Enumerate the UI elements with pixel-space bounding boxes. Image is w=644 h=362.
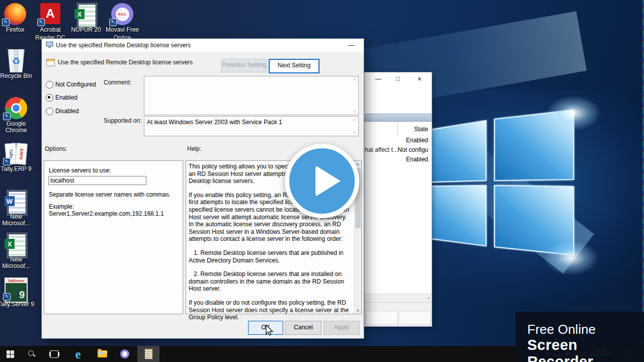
desktop-icon-tally-erp[interactable]: Tally ERP9 ↖ Tally.ERP 9: [0, 142, 34, 172]
icon-label: Recycle Bin: [0, 73, 34, 79]
help-paragraph: If you disable or do not configure this …: [189, 299, 351, 321]
scroll-up-icon[interactable]: ∧: [352, 77, 357, 82]
search-button[interactable]: [22, 346, 42, 362]
mouse-cursor: [265, 325, 275, 336]
watermark-line1: Free Online: [527, 322, 596, 337]
options-hint: Separate license server names with comma…: [49, 191, 171, 198]
status-tab[interactable]: [366, 311, 398, 325]
video-play-button[interactable]: [285, 144, 359, 218]
file-explorer-button[interactable]: [92, 346, 112, 362]
help-paragraph: 1. Remote Desktop license servers that a…: [189, 249, 351, 264]
close-icon[interactable]: ×: [391, 40, 401, 49]
desktop-icon-tally-server[interactable]: TallServer 9 ↖ Tally.Server 9: [0, 278, 34, 308]
desktop-icon-firefox[interactable]: ↖ Firefox: [0, 3, 33, 33]
icon-label: New Microsof...: [0, 256, 34, 269]
group-policy-editor-window[interactable]: — □ × State Enabled hat affect t... Not …: [364, 72, 432, 327]
maximize-icon[interactable]: □: [393, 74, 403, 83]
screen-recorder-watermark: Free Online Screen Recorder: [516, 312, 644, 362]
column-separator: [397, 122, 398, 136]
scroll-down-icon[interactable]: ∨: [352, 109, 357, 114]
scroll-down-icon[interactable]: ∨: [355, 308, 361, 313]
policy-scroll-icon: [144, 347, 153, 360]
options-label: Options:: [45, 145, 67, 152]
radio-selected-icon[interactable]: [46, 94, 53, 102]
desktop-icon-acrobat[interactable]: A ↖ Acrobat Reader DC: [32, 3, 68, 41]
scroll-right-icon[interactable]: ›: [428, 295, 430, 301]
icon-label: Movavi Free: [104, 27, 140, 33]
desktop-icon-excel-doc[interactable]: X New Microsof...: [0, 233, 34, 269]
watermark-line2: Screen Recorder: [527, 337, 644, 362]
icon-label: Firefox: [0, 27, 33, 33]
comment-textbox[interactable]: ∧ ∨: [144, 76, 359, 115]
shortcut-arrow-icon: ↖: [3, 293, 11, 301]
dialog-header: Use the specified Remote Desktop license…: [42, 52, 364, 76]
recycle-bin-icon: ♻: [7, 49, 26, 72]
desktop-icon-chrome[interactable]: ↖ Google Chrome: [0, 97, 34, 134]
close-icon[interactable]: ×: [415, 74, 425, 83]
excel-x-badge: X: [5, 239, 15, 249]
desktop-screen: ↖ Firefox A ↖ Acrobat Reader DC X NUPUR …: [0, 0, 644, 362]
excel-x-badge: X: [74, 9, 85, 19]
cancel-button[interactable]: Cancel: [285, 321, 321, 335]
internet-explorer-icon: e: [75, 348, 80, 360]
setting-name: Use the specified Remote Desktop license…: [58, 59, 193, 66]
radio-disabled[interactable]: Disabled: [46, 108, 79, 115]
shortcut-arrow-icon: ↖: [2, 19, 10, 26]
internet-explorer-button[interactable]: e: [68, 346, 88, 362]
icon-label: Tally.ERP 9: [0, 166, 34, 172]
status-panel: [364, 302, 432, 326]
dialog-titlebar[interactable]: Use the specified Remote Desktop license…: [42, 39, 364, 52]
dialog-title: Use the specified Remote Desktop license…: [56, 42, 191, 49]
movavi-icon: [120, 349, 129, 358]
options-hint: Example: Server1,Server2.example.com,192…: [49, 203, 183, 217]
radio-icon[interactable]: [46, 108, 53, 115]
apply-button[interactable]: Apply: [324, 321, 360, 335]
shortcut-arrow-icon: ↖: [37, 19, 45, 26]
shortcut-arrow-icon: ↖: [109, 19, 117, 26]
list-column-header-band: [364, 114, 432, 122]
radio-icon[interactable]: [46, 81, 53, 88]
options-panel: License servers to use: Separate license…: [44, 160, 183, 314]
desktop-icon-word-doc[interactable]: W New Microsof...: [0, 190, 34, 227]
supported-on-value: At least Windows Server 2003 with Servic…: [147, 119, 282, 126]
shortcut-arrow-icon: ↖: [3, 158, 11, 165]
radio-not-configured[interactable]: Not Configured: [46, 81, 96, 88]
task-view-button[interactable]: [44, 346, 64, 362]
task-view-icon: [50, 350, 58, 358]
search-icon: [28, 350, 36, 358]
license-servers-label: License servers to use:: [49, 167, 111, 174]
icon-label: Acrobat: [32, 27, 68, 33]
icon-label: New Microsof...: [0, 214, 34, 227]
remote-desktop-icon: [46, 41, 54, 48]
supported-on-box[interactable]: At least Windows Server 2003 with Servic…: [144, 116, 359, 136]
word-w-badge: W: [5, 196, 15, 206]
icon-label: Google Chrome: [0, 121, 34, 134]
play-icon: [315, 165, 341, 197]
policy-setting-icon: [46, 59, 55, 66]
next-setting-button[interactable]: Next Setting: [269, 59, 319, 73]
status-tab[interactable]: [398, 311, 431, 325]
radio-enabled[interactable]: Enabled: [46, 94, 77, 101]
start-button[interactable]: [0, 346, 20, 362]
previous-setting-button[interactable]: Previous Setting: [221, 59, 267, 72]
group-policy-taskbar-button[interactable]: [137, 346, 159, 362]
scroll-up-icon[interactable]: ∧: [352, 118, 357, 122]
desktop-icon-nupur20[interactable]: X NUPUR 20: [68, 3, 104, 33]
minimize-icon[interactable]: —: [373, 74, 383, 83]
folder-icon: [98, 350, 107, 357]
shortcut-arrow-icon: ↖: [3, 113, 11, 120]
minimize-icon[interactable]: —: [346, 41, 356, 50]
movavi-taskbar-button[interactable]: [115, 346, 135, 362]
horizontal-scrollbar[interactable]: ›: [364, 294, 432, 302]
wallpaper-corner-glint: [543, 240, 599, 276]
wallpaper-corner-glint: [546, 96, 601, 131]
desktop-icon-recycle-bin[interactable]: ♻ Recycle Bin: [0, 49, 34, 79]
comment-label: Comment:: [104, 79, 131, 86]
supported-on-label: Supported on:: [104, 117, 141, 124]
help-paragraph: 2. Remote Desktop license servers that a…: [189, 270, 351, 293]
maximize-icon[interactable]: □: [369, 41, 379, 50]
help-label: Help:: [187, 145, 201, 152]
license-servers-input[interactable]: [48, 176, 146, 185]
scroll-down-icon[interactable]: ∨: [352, 130, 357, 135]
windows-logo-icon: [7, 350, 14, 358]
